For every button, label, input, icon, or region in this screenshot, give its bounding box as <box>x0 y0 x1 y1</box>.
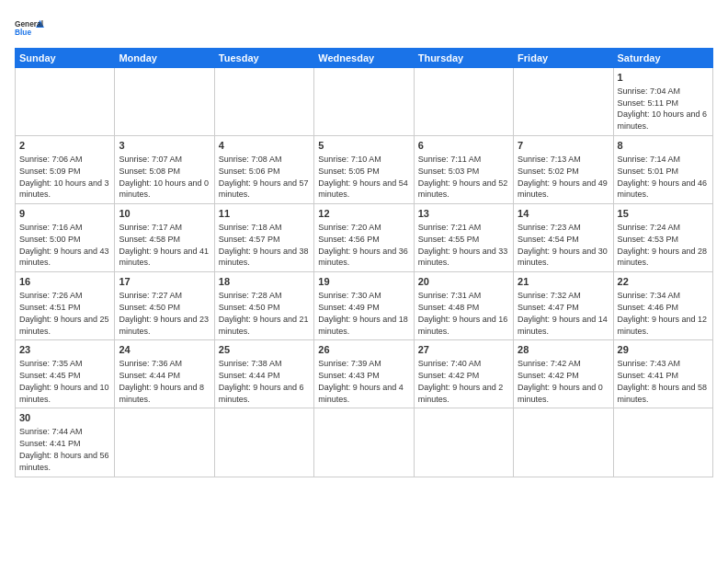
day-info: Sunrise: 7:16 AM Sunset: 5:00 PM Dayligh… <box>19 223 109 267</box>
calendar-cell: 21Sunrise: 7:32 AM Sunset: 4:47 PM Dayli… <box>514 272 613 340</box>
day-number: 7 <box>518 139 609 153</box>
day-number: 21 <box>518 275 609 289</box>
weekday-header-row: SundayMondayTuesdayWednesdayThursdayFrid… <box>16 49 713 68</box>
day-number: 20 <box>418 275 509 289</box>
calendar-cell <box>414 408 513 477</box>
day-info: Sunrise: 7:39 AM Sunset: 4:43 PM Dayligh… <box>318 359 404 403</box>
weekday-header-sunday: Sunday <box>16 49 115 68</box>
day-number: 26 <box>318 343 409 357</box>
calendar-cell: 29Sunrise: 7:43 AM Sunset: 4:41 PM Dayli… <box>613 340 712 408</box>
calendar-week-3: 16Sunrise: 7:26 AM Sunset: 4:51 PM Dayli… <box>16 272 713 340</box>
day-info: Sunrise: 7:40 AM Sunset: 4:42 PM Dayligh… <box>418 359 504 403</box>
day-number: 11 <box>219 207 310 221</box>
calendar-cell <box>314 68 414 136</box>
weekday-header-thursday: Thursday <box>414 49 513 68</box>
day-number: 30 <box>19 411 110 425</box>
calendar-cell: 19Sunrise: 7:30 AM Sunset: 4:49 PM Dayli… <box>314 272 414 340</box>
calendar-cell: 20Sunrise: 7:31 AM Sunset: 4:48 PM Dayli… <box>414 272 513 340</box>
day-number: 9 <box>19 207 110 221</box>
calendar-cell <box>514 408 613 477</box>
calendar-cell <box>214 408 313 477</box>
day-number: 19 <box>318 275 409 289</box>
calendar-cell: 5Sunrise: 7:10 AM Sunset: 5:05 PM Daylig… <box>314 136 414 204</box>
calendar-cell: 30Sunrise: 7:44 AM Sunset: 4:41 PM Dayli… <box>16 408 115 477</box>
calendar-cell: 24Sunrise: 7:36 AM Sunset: 4:44 PM Dayli… <box>115 340 214 408</box>
day-info: Sunrise: 7:08 AM Sunset: 5:06 PM Dayligh… <box>219 155 309 199</box>
day-number: 16 <box>19 275 110 289</box>
calendar-cell: 25Sunrise: 7:38 AM Sunset: 4:44 PM Dayli… <box>214 340 313 408</box>
day-info: Sunrise: 7:32 AM Sunset: 4:47 PM Dayligh… <box>518 291 608 335</box>
day-info: Sunrise: 7:11 AM Sunset: 5:03 PM Dayligh… <box>418 155 508 199</box>
day-info: Sunrise: 7:14 AM Sunset: 5:01 PM Dayligh… <box>618 155 708 199</box>
day-number: 15 <box>618 207 709 221</box>
day-number: 13 <box>418 207 509 221</box>
calendar-cell: 6Sunrise: 7:11 AM Sunset: 5:03 PM Daylig… <box>414 136 513 204</box>
day-number: 4 <box>219 139 310 153</box>
weekday-header-monday: Monday <box>115 49 214 68</box>
calendar-cell <box>115 408 214 477</box>
day-info: Sunrise: 7:34 AM Sunset: 4:46 PM Dayligh… <box>618 291 708 335</box>
page: GeneralBlue SundayMondayTuesdayWednesday… <box>0 0 728 563</box>
day-info: Sunrise: 7:06 AM Sunset: 5:09 PM Dayligh… <box>19 155 109 199</box>
calendar-cell <box>613 408 712 477</box>
day-number: 3 <box>119 139 210 153</box>
svg-text:Blue: Blue <box>15 28 31 37</box>
day-number: 27 <box>418 343 509 357</box>
calendar-cell: 27Sunrise: 7:40 AM Sunset: 4:42 PM Dayli… <box>414 340 513 408</box>
calendar-cell: 10Sunrise: 7:17 AM Sunset: 4:58 PM Dayli… <box>115 204 214 272</box>
header: GeneralBlue <box>15 15 713 40</box>
weekday-header-tuesday: Tuesday <box>214 49 313 68</box>
day-info: Sunrise: 7:07 AM Sunset: 5:08 PM Dayligh… <box>119 155 209 199</box>
day-number: 22 <box>618 275 709 289</box>
day-info: Sunrise: 7:17 AM Sunset: 4:58 PM Dayligh… <box>119 223 209 267</box>
day-number: 28 <box>518 343 609 357</box>
day-info: Sunrise: 7:38 AM Sunset: 4:44 PM Dayligh… <box>219 359 304 403</box>
calendar-cell: 23Sunrise: 7:35 AM Sunset: 4:45 PM Dayli… <box>16 340 115 408</box>
calendar-cell <box>115 68 214 136</box>
calendar-table: SundayMondayTuesdayWednesdayThursdayFrid… <box>15 48 713 477</box>
day-number: 2 <box>19 139 110 153</box>
weekday-header-saturday: Saturday <box>613 49 712 68</box>
day-info: Sunrise: 7:42 AM Sunset: 4:42 PM Dayligh… <box>518 359 603 403</box>
calendar-cell: 18Sunrise: 7:28 AM Sunset: 4:50 PM Dayli… <box>214 272 313 340</box>
generalblue-logo-icon: GeneralBlue <box>15 15 44 40</box>
logo: GeneralBlue <box>15 15 44 40</box>
calendar-cell <box>514 68 613 136</box>
day-info: Sunrise: 7:31 AM Sunset: 4:48 PM Dayligh… <box>418 291 508 335</box>
calendar-week-1: 2Sunrise: 7:06 AM Sunset: 5:09 PM Daylig… <box>16 136 713 204</box>
day-info: Sunrise: 7:13 AM Sunset: 5:02 PM Dayligh… <box>518 155 608 199</box>
calendar-week-5: 30Sunrise: 7:44 AM Sunset: 4:41 PM Dayli… <box>16 408 713 477</box>
calendar-body: 1Sunrise: 7:04 AM Sunset: 5:11 PM Daylig… <box>16 68 713 477</box>
day-info: Sunrise: 7:44 AM Sunset: 4:41 PM Dayligh… <box>19 427 109 471</box>
day-number: 6 <box>418 139 509 153</box>
day-info: Sunrise: 7:36 AM Sunset: 4:44 PM Dayligh… <box>119 359 204 403</box>
day-number: 14 <box>518 207 609 221</box>
calendar-cell: 17Sunrise: 7:27 AM Sunset: 4:50 PM Dayli… <box>115 272 214 340</box>
day-info: Sunrise: 7:20 AM Sunset: 4:56 PM Dayligh… <box>318 223 408 267</box>
calendar-cell: 8Sunrise: 7:14 AM Sunset: 5:01 PM Daylig… <box>613 136 712 204</box>
day-info: Sunrise: 7:28 AM Sunset: 4:50 PM Dayligh… <box>219 291 309 335</box>
day-number: 1 <box>618 71 709 85</box>
day-number: 5 <box>318 139 409 153</box>
calendar-cell: 1Sunrise: 7:04 AM Sunset: 5:11 PM Daylig… <box>613 68 712 136</box>
day-number: 10 <box>119 207 210 221</box>
calendar-week-2: 9Sunrise: 7:16 AM Sunset: 5:00 PM Daylig… <box>16 204 713 272</box>
day-info: Sunrise: 7:23 AM Sunset: 4:54 PM Dayligh… <box>518 223 608 267</box>
calendar-cell: 3Sunrise: 7:07 AM Sunset: 5:08 PM Daylig… <box>115 136 214 204</box>
weekday-header-friday: Friday <box>514 49 613 68</box>
day-number: 8 <box>618 139 709 153</box>
day-info: Sunrise: 7:43 AM Sunset: 4:41 PM Dayligh… <box>618 359 708 403</box>
day-info: Sunrise: 7:26 AM Sunset: 4:51 PM Dayligh… <box>19 291 109 335</box>
day-number: 25 <box>219 343 310 357</box>
calendar-cell: 15Sunrise: 7:24 AM Sunset: 4:53 PM Dayli… <box>613 204 712 272</box>
calendar-cell: 28Sunrise: 7:42 AM Sunset: 4:42 PM Dayli… <box>514 340 613 408</box>
day-info: Sunrise: 7:30 AM Sunset: 4:49 PM Dayligh… <box>318 291 408 335</box>
day-number: 12 <box>318 207 409 221</box>
calendar-cell: 2Sunrise: 7:06 AM Sunset: 5:09 PM Daylig… <box>16 136 115 204</box>
day-info: Sunrise: 7:24 AM Sunset: 4:53 PM Dayligh… <box>618 223 708 267</box>
day-number: 24 <box>119 343 210 357</box>
day-number: 17 <box>119 275 210 289</box>
calendar-week-0: 1Sunrise: 7:04 AM Sunset: 5:11 PM Daylig… <box>16 68 713 136</box>
calendar-cell: 9Sunrise: 7:16 AM Sunset: 5:00 PM Daylig… <box>16 204 115 272</box>
calendar-cell <box>214 68 313 136</box>
